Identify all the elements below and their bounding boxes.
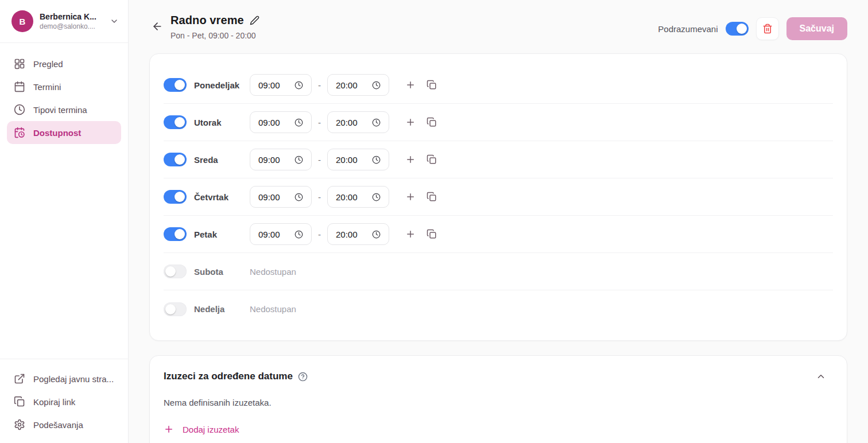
start-time-input[interactable]: 09:00: [250, 186, 312, 208]
day-label: Sreda: [194, 155, 250, 165]
help-icon[interactable]: [298, 372, 308, 382]
sidebar-item-label: Pogledaj javnu stra...: [33, 374, 114, 384]
end-time-input[interactable]: 20:00: [327, 111, 389, 133]
copy-day-button[interactable]: [427, 154, 437, 165]
sidebar-item-settings[interactable]: Podešavanja: [7, 413, 121, 436]
copy-icon: [427, 229, 437, 239]
sidebar-item-tipovi-termina[interactable]: Tipovi termina: [7, 98, 121, 121]
edit-title-button[interactable]: [250, 15, 259, 25]
range-dash: -: [318, 192, 321, 202]
day-row-petak: Petak 09:00 - 20:00: [164, 216, 833, 253]
toggle-knob: [175, 80, 185, 90]
add-interval-button[interactable]: [405, 229, 416, 239]
range-dash: -: [318, 230, 321, 239]
clock-icon: [294, 81, 303, 90]
day-row-subota: Subota Nedostupan: [164, 253, 833, 290]
start-time-input[interactable]: 09:00: [250, 74, 312, 96]
sidebar-item-copy-link[interactable]: Kopiraj link: [7, 390, 121, 413]
end-time-value: 20:00: [336, 192, 358, 202]
toggle-knob: [175, 154, 185, 165]
chevron-down-icon: [110, 17, 119, 26]
day-toggle[interactable]: [164, 115, 187, 129]
end-time-input[interactable]: 20:00: [327, 74, 389, 96]
end-time-input[interactable]: 20:00: [327, 223, 389, 245]
add-exception-button[interactable]: Dodaj izuzetak: [164, 424, 239, 434]
day-toggle[interactable]: [164, 227, 187, 241]
delete-schedule-button[interactable]: [756, 17, 779, 40]
day-row-ponedeljak: Ponedeljak 09:00 - 20:00: [164, 67, 833, 104]
gear-icon: [14, 419, 25, 430]
add-interval-button[interactable]: [405, 80, 416, 90]
copy-day-button[interactable]: [427, 117, 437, 127]
day-toggle[interactable]: [164, 190, 187, 204]
calendar-clock-icon: [14, 127, 25, 138]
range-dash: -: [318, 80, 321, 90]
end-time-value: 20:00: [336, 155, 358, 165]
day-label: Četvrtak: [194, 192, 250, 202]
sidebar-item-pregled[interactable]: Pregled: [7, 52, 121, 75]
start-time-value: 09:00: [258, 230, 280, 239]
day-label: Ponedeljak: [194, 80, 250, 90]
start-time-value: 09:00: [258, 192, 280, 202]
calendar-icon: [14, 81, 25, 92]
add-exception-label: Dodaj izuzetak: [183, 425, 239, 434]
unavailable-label: Nedostupan: [250, 304, 296, 314]
plus-icon: [405, 117, 416, 127]
day-toggle[interactable]: [164, 78, 187, 92]
end-time-value: 20:00: [336, 118, 358, 127]
start-time-input[interactable]: 09:00: [250, 223, 312, 245]
exceptions-header: Izuzeci za određene datume: [164, 371, 833, 382]
account-email: demo@salonko....: [40, 22, 107, 30]
title-block: Radno vreme Pon - Pet, 09:00 - 20:00: [170, 14, 259, 40]
copy-day-button[interactable]: [427, 192, 437, 202]
default-schedule-label: Podrazumevani: [658, 24, 718, 34]
save-button[interactable]: Sačuvaj: [786, 17, 847, 40]
day-label: Utorak: [194, 118, 250, 127]
day-label: Subota: [194, 267, 250, 277]
copy-icon: [427, 154, 437, 165]
start-time-value: 09:00: [258, 118, 280, 127]
add-interval-button[interactable]: [405, 117, 416, 127]
day-toggle[interactable]: [164, 153, 187, 166]
back-button[interactable]: [149, 18, 165, 34]
dashboard-icon: [14, 58, 25, 69]
end-time-input[interactable]: 20:00: [327, 186, 389, 208]
account-info: Berbernica K... demo@salonko....: [40, 12, 107, 30]
sidebar-item-termini[interactable]: Termini: [7, 75, 121, 98]
add-interval-button[interactable]: [405, 154, 416, 165]
start-time-value: 09:00: [258, 155, 280, 165]
page-title: Radno vreme: [170, 14, 244, 27]
sidebar-item-label: Pregled: [33, 59, 63, 69]
day-row-utorak: Utorak 09:00 - 20:00: [164, 104, 833, 141]
account-switcher[interactable]: B Berbernica K... demo@salonko....: [0, 0, 128, 42]
sidebar-item-label: Kopiraj link: [33, 397, 75, 407]
collapse-section-button[interactable]: [816, 371, 826, 382]
start-time-input[interactable]: 09:00: [250, 111, 312, 133]
plus-icon: [405, 229, 416, 239]
copy-day-button[interactable]: [427, 80, 437, 90]
clock-icon: [372, 230, 381, 239]
day-toggle[interactable]: [164, 302, 187, 316]
toggle-knob: [175, 192, 185, 202]
sidebar-item-public-page[interactable]: Pogledaj javnu stra...: [7, 367, 121, 390]
sidebar: B Berbernica K... demo@salonko.... Pregl…: [0, 0, 129, 443]
toggle-knob: [737, 24, 747, 34]
account-name: Berbernica K...: [40, 12, 107, 21]
clock-icon: [294, 156, 303, 164]
sidebar-footer-menu: Pogledaj javnu stra... Kopiraj link Pode…: [0, 359, 128, 443]
day-toggle[interactable]: [164, 265, 187, 278]
end-time-input[interactable]: 20:00: [327, 149, 389, 170]
app-window: B Berbernica K... demo@salonko.... Pregl…: [0, 0, 868, 443]
plus-icon: [405, 192, 416, 202]
clock-icon: [14, 104, 25, 115]
copy-icon: [427, 80, 437, 90]
plus-icon: [405, 154, 416, 165]
start-time-input[interactable]: 09:00: [250, 149, 312, 170]
exceptions-title-text: Izuzeci za određene datume: [164, 371, 293, 382]
sidebar-item-dostupnost[interactable]: Dostupnost: [7, 121, 121, 144]
sidebar-item-label: Tipovi termina: [33, 105, 87, 115]
add-interval-button[interactable]: [405, 192, 416, 202]
default-schedule-toggle[interactable]: [726, 22, 749, 36]
avatar: B: [11, 10, 33, 32]
copy-day-button[interactable]: [427, 229, 437, 239]
